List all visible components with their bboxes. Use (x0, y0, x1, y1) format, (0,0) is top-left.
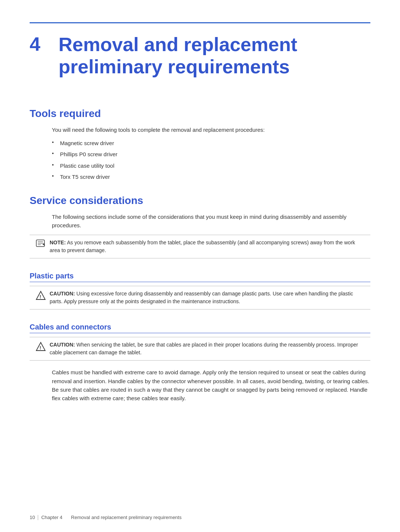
tools-section: Tools required You will need the followi… (30, 108, 370, 181)
caution-icon-cables: ! (36, 342, 46, 351)
cables-heading: Cables and connectors (30, 323, 370, 333)
list-item: Plastic case utility tool (52, 162, 370, 170)
cables-caution-content: CAUTION: When servicing the tablet, be s… (50, 341, 364, 357)
chapter-number: 4 (30, 34, 48, 55)
svg-text:!: ! (40, 294, 41, 300)
plastic-parts-section: Plastic parts ! CAUTION: Using excessive… (30, 272, 370, 310)
tools-list: Magnetic screw driver Phillips P0 screw … (52, 139, 370, 181)
list-item: Torx T5 screw driver (52, 173, 370, 181)
caution-icon: ! (36, 291, 46, 300)
cables-body-text: Cables must be handled with extreme care… (52, 368, 370, 402)
service-section: Service considerations The following sec… (30, 195, 370, 259)
plastic-parts-heading: Plastic parts (30, 272, 370, 282)
footer-separator (38, 515, 38, 520)
plastic-caution-content: CAUTION: Using excessive force during di… (50, 290, 364, 305)
service-heading: Service considerations (30, 195, 370, 207)
note-content: NOTE: As you remove each subassembly fro… (50, 239, 364, 254)
service-intro: The following sections include some of t… (52, 213, 370, 230)
footer-chapter-label: Chapter 4 (41, 515, 62, 520)
page: 4 Removal and replacement preliminary re… (0, 0, 400, 532)
svg-text:!: ! (40, 345, 41, 351)
note-icon (36, 239, 46, 248)
note-label: NOTE: (50, 240, 66, 245)
note-box: NOTE: As you remove each subassembly fro… (30, 235, 370, 258)
tools-intro: You will need the following tools to com… (52, 126, 370, 134)
chapter-title-line2: preliminary requirements (59, 56, 290, 77)
chapter-heading: 4 Removal and replacement preliminary re… (30, 34, 370, 78)
top-border (30, 22, 370, 23)
footer: 10 Chapter 4 Removal and replacement pre… (30, 515, 370, 520)
plastic-caution-box: ! CAUTION: Using excessive force during … (30, 286, 370, 310)
footer-page-number: 10 (30, 515, 35, 520)
cables-caution-box: ! CAUTION: When servicing the tablet, be… (30, 337, 370, 361)
plastic-caution-label: CAUTION: (50, 291, 75, 297)
footer-chapter-title: Removal and replacement preliminary requ… (71, 515, 181, 520)
list-item: Phillips P0 screw driver (52, 150, 370, 159)
chapter-title-line1: Removal and replacement (59, 34, 297, 55)
cables-caution-label: CAUTION: (50, 342, 75, 348)
tools-heading: Tools required (30, 108, 370, 120)
chapter-title: Removal and replacement preliminary requ… (59, 34, 297, 78)
footer-chapter-space (66, 515, 68, 520)
list-item: Magnetic screw driver (52, 139, 370, 148)
cables-section: Cables and connectors ! CAUTION: When se… (30, 323, 370, 402)
